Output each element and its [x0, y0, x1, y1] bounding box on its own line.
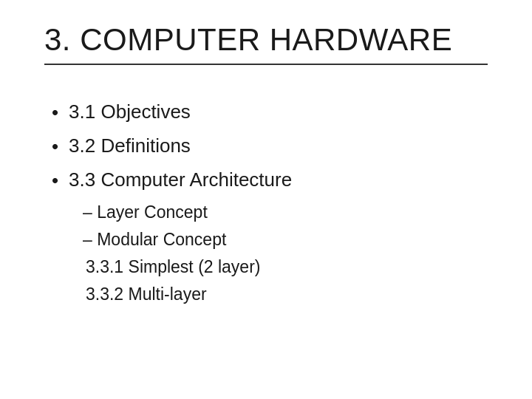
- slide-title: 3. COMPUTER HARDWARE: [44, 22, 488, 65]
- sub-item-text: – Modular Concept: [83, 230, 226, 249]
- bullet-text: 3.1 Objectives: [69, 99, 191, 125]
- sub-list: – Layer Concept – Modular Concept 3.3.1 …: [52, 201, 488, 306]
- list-item: • 3.2 Definitions: [52, 133, 488, 160]
- numbered-item-text: 3.3.1 Simplest (2 layer): [86, 257, 260, 276]
- list-item: • 3.3 Computer Architecture: [52, 167, 488, 194]
- sub-item-text: – Layer Concept: [83, 202, 208, 222]
- list-item: 3.3.2 Multi-layer: [83, 283, 488, 306]
- bullet-text: 3.3 Computer Architecture: [69, 167, 292, 193]
- list-item: • 3.1 Objectives: [52, 99, 488, 126]
- content-area: • 3.1 Objectives • 3.2 Definitions • 3.3…: [44, 99, 488, 310]
- bullet-icon: •: [52, 168, 58, 194]
- numbered-item-text: 3.3.2 Multi-layer: [86, 284, 207, 304]
- title-area: 3. COMPUTER HARDWARE: [44, 22, 488, 65]
- bullet-list: • 3.1 Objectives • 3.2 Definitions • 3.3…: [52, 99, 488, 194]
- bullet-text: 3.2 Definitions: [69, 133, 191, 159]
- bullet-icon: •: [52, 100, 58, 126]
- list-item: 3.3.1 Simplest (2 layer): [83, 256, 488, 279]
- slide: 3. COMPUTER HARDWARE • 3.1 Objectives • …: [0, 0, 532, 399]
- list-item: – Modular Concept: [83, 228, 488, 251]
- list-item: – Layer Concept: [83, 201, 488, 224]
- bullet-icon: •: [52, 134, 58, 160]
